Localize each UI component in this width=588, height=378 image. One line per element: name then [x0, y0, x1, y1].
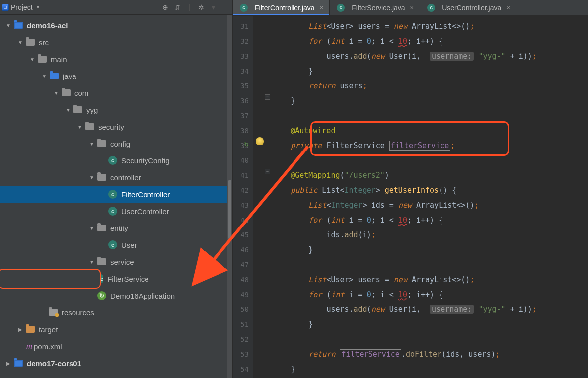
tab-usercontroller[interactable]: UserController.java×	[420, 0, 516, 15]
intention-bulb-icon[interactable]	[256, 137, 264, 145]
close-icon[interactable]: ×	[506, 4, 510, 11]
package-icon	[97, 258, 106, 265]
tab-filterservice[interactable]: FilterService.java×	[330, 0, 420, 15]
target-folder-icon	[26, 326, 35, 333]
tree-class-usercontroller[interactable]: UserController	[0, 203, 232, 220]
resources-folder-icon	[49, 309, 58, 316]
tree-package-entity[interactable]: ▼entity	[0, 220, 232, 236]
class-icon	[337, 4, 345, 12]
project-panel: Project ▾ ⊕ ⇵ | ✲ ▾ — ▼demo16-acl ▼src ▼…	[0, 0, 233, 378]
project-tree[interactable]: ▼demo16-acl ▼src ▼main ▼java ▼com ▼yyg ▼…	[0, 15, 232, 376]
class-icon	[108, 156, 117, 165]
tree-folder-target[interactable]: ▶target	[0, 321, 232, 338]
tree-module-demo17[interactable]: ▶demo17-cors01	[0, 355, 232, 372]
tree-file-pom[interactable]: mpom.xml	[0, 338, 232, 355]
tree-package-com[interactable]: ▼com	[0, 84, 232, 101]
module-icon	[14, 22, 23, 29]
close-icon[interactable]: ×	[320, 4, 324, 11]
tree-class-demo16application[interactable]: Demo16Application	[0, 287, 232, 304]
package-icon	[97, 140, 106, 147]
toolbar-divider: |	[185, 3, 194, 12]
tree-folder-src[interactable]: ▼src	[0, 34, 232, 51]
tree-package-service[interactable]: ▼service	[0, 253, 232, 270]
tree-package-yyg[interactable]: ▼yyg	[0, 101, 232, 118]
class-icon	[108, 240, 117, 249]
tab-filtercontroller[interactable]: FilterController.java×	[233, 0, 330, 15]
project-header: Project ▾ ⊕ ⇵ | ✲ ▾ —	[0, 0, 232, 15]
project-toolbar: ⊕ ⇵ | ✲ ▾ —	[161, 3, 229, 12]
tree-class-filterservice[interactable]: FilterService	[0, 270, 99, 287]
spring-gutter-icon[interactable]: ↻	[244, 141, 249, 148]
project-dropdown[interactable]: Project ▾	[2, 3, 43, 11]
maven-icon: m	[25, 341, 34, 351]
spring-boot-icon	[97, 291, 106, 300]
line-gutter: 3132333435363738394041424344454647484950…	[233, 16, 253, 378]
tree-folder-resources[interactable]: resources	[0, 304, 232, 321]
class-icon	[100, 274, 103, 283]
tree-class-user[interactable]: User	[0, 236, 232, 253]
code-editor[interactable]: List<User> users = new ArrayList<>(); fo…	[253, 16, 588, 378]
project-title: Project	[11, 3, 33, 11]
fold-icon[interactable]: −	[265, 169, 270, 174]
package-icon	[97, 225, 106, 231]
close-icon[interactable]: ×	[410, 4, 414, 11]
source-folder-icon	[50, 73, 59, 79]
package-icon	[62, 89, 71, 96]
project-scope-icon	[2, 4, 9, 11]
chevron-down-icon: ▾	[35, 4, 42, 10]
project-scrollbar[interactable]	[227, 15, 232, 378]
tree-package-config[interactable]: ▼config	[0, 135, 232, 152]
tree-folder-main[interactable]: ▼main	[0, 51, 232, 68]
class-icon	[108, 207, 117, 216]
hide-icon[interactable]: —	[220, 3, 229, 12]
package-icon	[97, 174, 106, 181]
locate-icon[interactable]: ⊕	[161, 3, 170, 12]
expand-icon[interactable]: ⇵	[173, 3, 182, 12]
tree-class-securityconfig[interactable]: SecurityConfig	[0, 152, 232, 169]
package-icon	[74, 106, 82, 113]
fold-icon[interactable]: −	[265, 94, 270, 100]
editor-tabs: FilterController.java× FilterService.jav…	[233, 0, 588, 16]
app-root: Project ▾ ⊕ ⇵ | ✲ ▾ — ▼demo16-acl ▼src ▼…	[0, 0, 588, 378]
class-icon	[427, 4, 435, 12]
tree-package-controller[interactable]: ▼controller	[0, 169, 232, 186]
class-icon	[108, 190, 117, 199]
tree-folder-java[interactable]: ▼java	[0, 68, 232, 84]
gear-icon[interactable]: ✲	[197, 3, 206, 12]
module-icon	[14, 360, 23, 367]
class-icon	[240, 4, 248, 12]
editor-area: FilterController.java× FilterService.jav…	[233, 0, 588, 378]
tree-class-filtercontroller[interactable]: FilterController	[0, 186, 232, 203]
tree-package-security[interactable]: ▼security	[0, 118, 232, 135]
editor-body[interactable]: 3132333435363738394041424344454647484950…	[233, 16, 588, 378]
chevron-down-icon[interactable]: ▾	[209, 3, 218, 12]
tree-module-demo16[interactable]: ▼demo16-acl	[0, 17, 232, 34]
folder-icon	[26, 39, 35, 46]
package-icon	[85, 123, 94, 130]
folder-icon	[38, 56, 47, 63]
